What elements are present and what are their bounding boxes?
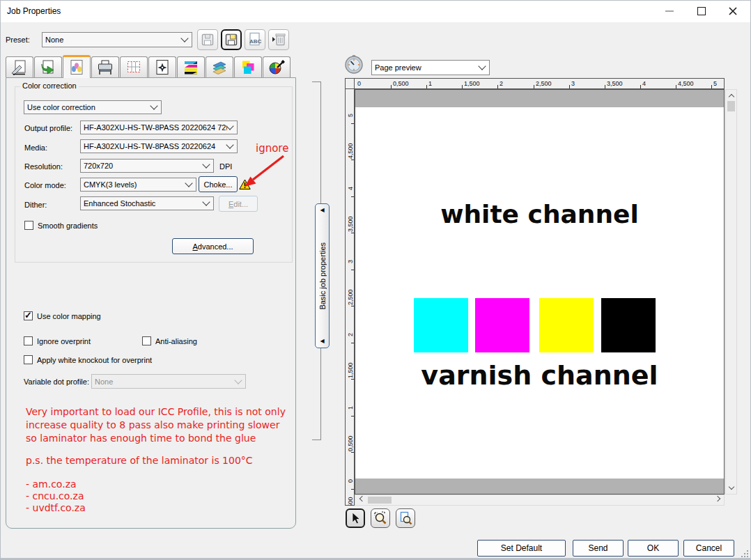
ignore-overprint-checkbox[interactable]: Ignore overprint	[24, 336, 91, 345]
choke-button[interactable]: Choke...	[199, 176, 238, 192]
color-correction-icon	[68, 59, 86, 76]
tab-color-swatches[interactable]	[234, 56, 262, 77]
color-bars-icon	[182, 59, 200, 76]
dither-dropdown[interactable]: Enhanced Stochastic	[80, 196, 214, 210]
vertical-scroll-thumb[interactable]	[727, 101, 735, 111]
chevron-up-icon	[728, 94, 734, 100]
zoom-tool-button[interactable]	[371, 508, 390, 528]
scroll-up-button[interactable]	[726, 90, 736, 101]
minimize-icon	[665, 10, 674, 12]
tab-color-picker[interactable]	[263, 56, 291, 77]
tab-rip-send[interactable]	[34, 56, 62, 77]
basic-job-properties-collapse-button[interactable]: ◀ Basic job properties ◀	[315, 203, 330, 348]
ruler-label: 5	[346, 101, 355, 129]
apply-white-knockout-checkbox[interactable]: Apply white knockout for overprint	[24, 355, 152, 364]
chevron-right-icon	[714, 496, 720, 501]
scroll-right-button[interactable]	[713, 495, 724, 505]
chevron-down-icon	[185, 179, 192, 187]
media-label: Media:	[24, 143, 47, 152]
vertical-ruler: 5 4,500 4 3,500 3 2,500 2 1,500 1 0,500 …	[345, 89, 355, 506]
save-preset-button[interactable]	[197, 29, 218, 50]
tab-layout[interactable]	[6, 56, 33, 77]
splitter-tick-top	[312, 81, 321, 82]
horizontal-scrollbar[interactable]	[355, 495, 725, 506]
ruler-label: 3	[346, 247, 355, 275]
separations-icon	[210, 59, 229, 76]
ruler-label: 3,500	[607, 80, 623, 87]
tab-printer-setup[interactable]	[91, 56, 119, 77]
checkbox-checked-icon	[24, 311, 33, 320]
send-button[interactable]: Send	[573, 540, 624, 557]
resolution-dropdown[interactable]: 720x720	[80, 159, 214, 173]
tab-color-bars[interactable]	[177, 56, 205, 77]
ruler-label: 4	[642, 80, 646, 87]
pointer-tool-button[interactable]	[346, 508, 365, 528]
smooth-gradients-checkbox[interactable]: Smooth gradients	[24, 221, 98, 230]
ruler-label: 4,500	[346, 137, 355, 165]
horizontal-ruler: 0 0,500 1 1,500 2 2,500 3 3,500 4 4,500 …	[355, 78, 725, 89]
ruler-label: 2,500	[346, 283, 355, 311]
delete-icon	[270, 31, 287, 48]
save-icon	[200, 32, 215, 47]
fit-page-tool-button[interactable]	[396, 508, 415, 528]
ruler-label-partial: ,500	[346, 489, 355, 506]
delete-preset-button[interactable]	[268, 29, 289, 50]
rip-send-icon	[39, 59, 57, 76]
horizontal-scroll-thumb[interactable]	[368, 497, 392, 504]
tab-page-position[interactable]	[148, 56, 176, 77]
ruler-label: 4,500	[678, 80, 694, 87]
scroll-left-button[interactable]	[355, 495, 366, 505]
preset-dropdown[interactable]: None	[42, 32, 192, 47]
chevron-down-icon	[226, 141, 233, 148]
ruler-corner	[345, 78, 355, 89]
color-correction-mode-dropdown[interactable]: Use color correction	[24, 100, 162, 114]
svg-text:ABC: ABC	[249, 38, 262, 45]
cancel-button[interactable]: Cancel	[683, 540, 734, 557]
resize-grip[interactable]	[740, 549, 748, 557]
set-default-button[interactable]: Set Default	[477, 540, 566, 557]
page-preview-canvas[interactable]: white channel varnish channel	[355, 89, 725, 495]
ok-button[interactable]: OK	[628, 540, 679, 557]
output-profile-dropdown[interactable]: HF-A302XU-HS-TW-8PASS 20220624 72(	[80, 120, 238, 134]
minimize-button[interactable]	[654, 0, 685, 22]
scroll-down-button[interactable]	[726, 483, 736, 494]
tab-separations[interactable]	[206, 56, 233, 77]
tab-tiling[interactable]	[120, 56, 148, 77]
ruler-label: 1,500	[464, 80, 480, 87]
varnish-channel-text: varnish channel	[355, 360, 724, 391]
edit-button[interactable]: Edit...	[219, 196, 258, 212]
media-dropdown[interactable]: HF-A302XU-HS-TW-8PASS 20220624	[80, 139, 238, 153]
save-as-icon	[224, 32, 239, 47]
rename-preset-button[interactable]: ABC	[245, 29, 265, 50]
chevron-down-icon	[478, 62, 486, 70]
splitter-tick-bottom	[312, 440, 321, 440]
preset-value: None	[42, 36, 182, 44]
maximize-button[interactable]	[686, 0, 717, 22]
note-link: - am.co.za	[26, 479, 77, 490]
save-preset-as-button[interactable]	[221, 29, 242, 50]
resolution-label: Resolution:	[24, 162, 63, 171]
chevron-down-icon	[226, 122, 233, 130]
checkbox-icon	[24, 336, 33, 345]
zoom-icon	[373, 511, 388, 526]
ruler-label: 1	[346, 394, 355, 421]
splitter-label: Basic job properties	[318, 242, 327, 310]
vertical-scrollbar[interactable]	[725, 89, 737, 495]
color-mode-dropdown[interactable]: CMYK(3 levels)	[80, 178, 196, 192]
ruler-label: 2,500	[536, 80, 552, 87]
fit-page-icon	[398, 511, 413, 526]
anti-aliasing-checkbox[interactable]: Anti-aliasing	[142, 336, 197, 345]
tab-color-correction[interactable]	[63, 55, 91, 78]
color-swatches-icon	[239, 59, 257, 76]
variable-dot-profile-dropdown[interactable]: None	[91, 374, 246, 389]
variable-dot-profile-label: Variable dot profile:	[24, 378, 89, 386]
use-color-mapping-checkbox[interactable]: Use color mapping	[24, 311, 101, 320]
ruler-label: 5	[713, 80, 717, 87]
close-button[interactable]	[718, 0, 748, 22]
offpage-band-bottom	[355, 479, 725, 495]
checkbox-icon	[24, 221, 33, 230]
advanced-button[interactable]: Advanced...	[172, 238, 254, 254]
preview-mode-dropdown[interactable]: Page preview	[371, 60, 490, 75]
dither-label: Dither:	[24, 201, 47, 209]
rename-icon: ABC	[247, 31, 263, 48]
